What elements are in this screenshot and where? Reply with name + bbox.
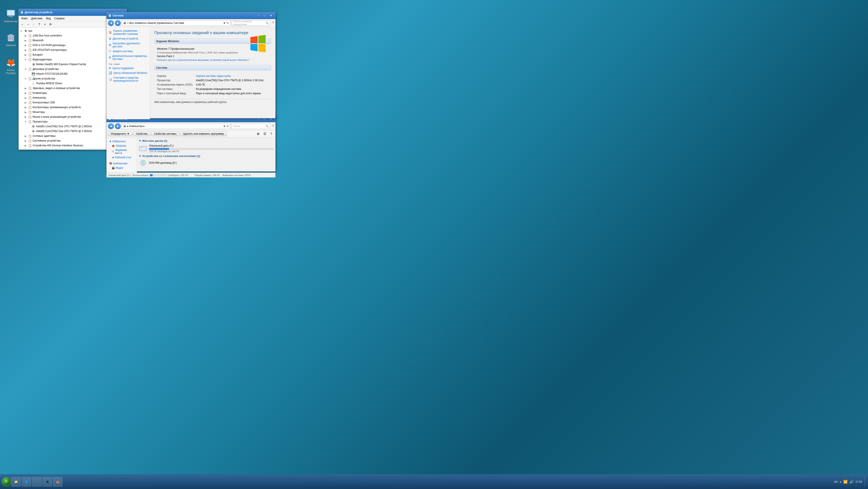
view-detail-btn[interactable]: ☰: [262, 131, 268, 136]
system-icon: 🖥: [108, 14, 111, 18]
help-q-btn[interactable]: ?: [269, 131, 274, 136]
icon-kb: 📋: [28, 91, 32, 95]
exp-forward-btn[interactable]: ▶: [115, 123, 121, 129]
drive-d-item[interactable]: 💿 DVD RW дисковод (D:): [139, 160, 274, 166]
label-cpu0: Intel(R) Core(TM)2 Duo CPU T5870 @ 2.00G…: [36, 125, 92, 128]
address-bar[interactable]: 🖥 « Все элементы панели управления ▸ Сис…: [122, 20, 230, 26]
sidebar-perf-link[interactable]: 📊 Счетчики и средства производительности: [109, 76, 148, 82]
sidebar-home-link[interactable]: 🏠 Панель управления - домашняя страница: [109, 29, 148, 35]
rating-value[interactable]: Оценка системы недоступна: [196, 74, 269, 78]
taskbar-tray: UK ▲ 📶 🔊 17:15: [834, 477, 866, 487]
taskbar-time[interactable]: 17:15: [856, 480, 862, 483]
sidebar-devmgr-link[interactable]: 🖥 Диспетчер устройств: [109, 37, 148, 40]
refresh-btn[interactable]: ⟳: [48, 22, 53, 27]
nav-forward-btn[interactable]: ▶: [115, 20, 121, 26]
devmgr-icon: 🖥: [109, 37, 111, 40]
nav-back-btn[interactable]: ◀: [108, 20, 114, 26]
sys-props-btn[interactable]: Свойства системы: [151, 132, 179, 136]
taskbar-icon-4: 🦊: [56, 480, 59, 483]
label-dvd: DVD и CD-ROM дисководы: [33, 44, 65, 47]
properties-btn[interactable]: Свойства: [133, 132, 150, 136]
menu-action[interactable]: Действие: [30, 16, 44, 21]
libraries-section: 📚 Библиотеки 🎬 Видео: [108, 161, 135, 170]
expand-dvd: ▶: [24, 44, 27, 47]
system-title-bar[interactable]: 🖥 Система ─ □ ✕: [106, 12, 275, 19]
taskbar-item-0[interactable]: 📁: [11, 477, 21, 487]
update-icon: 🔄: [109, 71, 112, 75]
exp-refresh-icon[interactable]: ⟳: [226, 124, 229, 128]
view-change-btn[interactable]: ⊞: [255, 131, 261, 136]
expand-ide: ▶: [24, 49, 27, 51]
sidebar-protection-link[interactable]: 🛡 Защита системы: [109, 50, 148, 53]
label-hid: Устройства HID (Human Interface Devices): [33, 144, 83, 147]
back-btn[interactable]: ←: [20, 22, 25, 27]
icon-cpu1: ⚙: [31, 129, 35, 133]
menu-view[interactable]: Вид: [44, 16, 53, 21]
icon-net: 📋: [28, 134, 32, 138]
taskbar-item-3[interactable]: 🖥: [42, 477, 52, 487]
taskbar-item-2[interactable]: 🎵: [32, 477, 42, 487]
desktop-icon-recycle[interactable]: Корзина: [2, 33, 20, 47]
favorites-section: ★ Избранное 📥 Загрузки ⏱ Недавние места …: [108, 139, 135, 160]
label-disk: Дисковые устройства: [33, 67, 59, 70]
explorer-sidebar: ★ Избранное 📥 Загрузки ⏱ Недавние места …: [106, 138, 137, 173]
sidebar-update-link[interactable]: 🔄 Центр обновления Windows: [109, 71, 148, 75]
recent-icon: ⏱: [112, 150, 114, 153]
rating-label: Оценка:: [157, 74, 196, 78]
start-button[interactable]: [2, 477, 11, 487]
favorites-header[interactable]: ★ Избранное: [108, 139, 135, 144]
forward-btn[interactable]: →: [25, 22, 31, 27]
properties-btn[interactable]: ≡: [42, 22, 48, 27]
recent-nav[interactable]: ⏱ Недавние места: [111, 148, 135, 155]
root-icon: 🖥: [24, 29, 28, 33]
video-nav[interactable]: 🎬 Видео: [111, 166, 135, 170]
label-ide: IDE ATA/ATAPI контроллеры: [33, 49, 67, 52]
sys-maximize-button[interactable]: □: [262, 13, 268, 18]
sidebar-remote-link[interactable]: 🖥 Настройка удаленного доступа: [109, 42, 148, 48]
desktop-icon-firefox[interactable]: 🦊 Firefox Portable: [2, 58, 20, 75]
tray-expand[interactable]: ▲: [839, 481, 841, 483]
exp-back-btn[interactable]: ◀: [108, 123, 114, 129]
address-dropdown-icon[interactable]: ▼: [223, 22, 225, 24]
explorer-nav-bar: ◀ ▶ 🖥 ▸ Компьютер ▸ ▼ ⟳ Поиск 🔍 ?: [106, 122, 275, 130]
drive-c-name: Локальный диск (C:): [149, 144, 274, 147]
system-window: 🖥 Система ─ □ ✕ ◀ ▶ 🖥 « Все элементы пан…: [106, 12, 276, 118]
menu-help[interactable]: Справка: [53, 16, 66, 21]
search-bar[interactable]: Поиск в панели управления 🔍: [231, 20, 270, 26]
icon-mouse: 📋: [28, 115, 32, 119]
help-icon[interactable]: ?: [272, 21, 274, 25]
desktop-nav[interactable]: 🖥 Рабочий стол: [111, 155, 135, 160]
taskbar-item-4[interactable]: 🦊: [53, 477, 62, 487]
tray-volume-icon[interactable]: 🔊: [849, 480, 854, 484]
taskbar-item-1[interactable]: 🌐: [22, 477, 31, 487]
tray-show-desktop[interactable]: [865, 477, 866, 487]
search-icon[interactable]: 🔍: [266, 22, 269, 25]
sidebar-advanced-link[interactable]: ⚙ Дополнительные параметры системы: [109, 55, 148, 61]
refresh-icon[interactable]: ⟳: [226, 21, 229, 25]
downloads-nav[interactable]: 📥 Загрузки: [111, 144, 135, 148]
desktop-icon-computer[interactable]: Компьютер: [2, 9, 20, 23]
memory-value: 4,00 ГБ: [196, 83, 269, 87]
tray-network-icon[interactable]: 📶: [843, 480, 847, 484]
help-btn[interactable]: ?: [36, 22, 42, 27]
exp-address-bar[interactable]: 🖥 ▸ Компьютер ▸ ▼ ⟳: [122, 123, 230, 129]
exp-help-icon[interactable]: ?: [272, 124, 274, 128]
exp-search-icon[interactable]: 🔍: [266, 125, 269, 128]
label-storage: Контроллеры запоминающих устройств: [33, 106, 81, 109]
icon-disk: 📋: [28, 67, 32, 71]
drive-d-name: DVD RW дисковод (D:): [149, 161, 274, 164]
uninstall-btn[interactable]: Удалить или изменить программу: [180, 132, 227, 136]
sys-close-button[interactable]: ✕: [268, 13, 274, 18]
exp-search-bar[interactable]: Поиск 🔍: [231, 123, 270, 129]
exp-address-dropdown[interactable]: ▼: [223, 125, 225, 127]
status-used: Использовано:: [132, 174, 149, 176]
up-btn[interactable]: ↑: [31, 22, 36, 27]
organize-btn[interactable]: Упорядочить ▼: [108, 132, 132, 136]
drive-c-item[interactable]: Локальный диск (C:) 125 ГБ свободно из 1…: [139, 144, 274, 153]
svg-rect-7: [12, 36, 13, 40]
sidebar-support-link[interactable]: ⚙ Центр поддержки: [109, 67, 148, 70]
sys-minimize-button[interactable]: ─: [256, 13, 261, 18]
menu-file[interactable]: Файл: [20, 16, 30, 21]
win-upgrade-link[interactable]: Получить доступ к дополнительным функция…: [157, 59, 269, 61]
libraries-header[interactable]: 📚 Библиотеки: [108, 161, 135, 166]
